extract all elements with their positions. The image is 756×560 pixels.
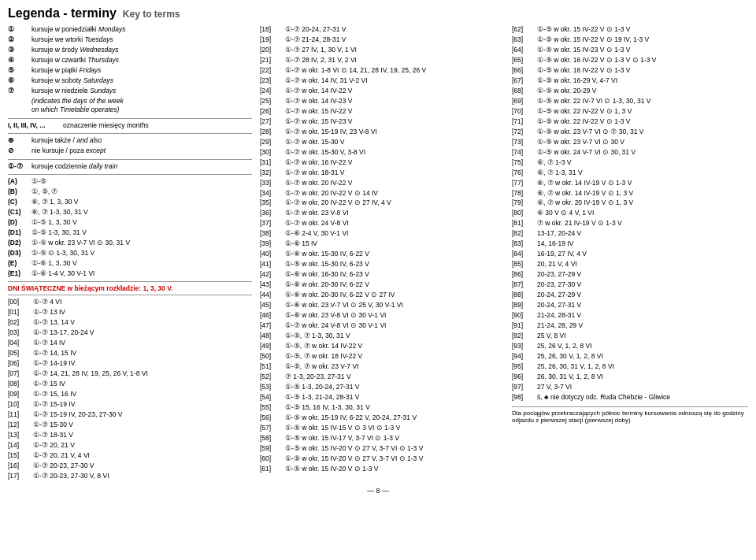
list-item: (D2) ①-⑤ w okr. 23 V-7 VI ⊙ 30, 31 V xyxy=(8,239,252,247)
entry-num: [30] xyxy=(260,148,285,157)
symbol-key: ② xyxy=(8,35,32,44)
list-item: [08]①-⑦ 15 IV xyxy=(8,380,252,388)
row-value: kursuje w niedziele Sundays xyxy=(32,87,252,95)
entry-content: ①-⑦ 13-17, 20-24 V xyxy=(33,328,252,337)
divider xyxy=(8,118,252,119)
entry-content: ①-⑦ w okr. 14 IV-22 V xyxy=(285,87,504,95)
entry-content: ś, ♣ nie dotyczy odc. Ruda Chebzie - Gli… xyxy=(537,393,748,402)
list-item: [34]①-⑦ w okr. 20 IV-22 V ⊙ 14 IV xyxy=(260,189,504,198)
list-item: [01]①-⑦ 13 IV xyxy=(8,308,252,317)
entry-num: [02] xyxy=(8,318,33,327)
entry-content: ①-⑥ 2-4 V, 30 V-1 VI xyxy=(285,229,504,238)
entry-num: [80] xyxy=(512,209,537,217)
list-item: [68]①-⑤ w okr. 20-29 V xyxy=(512,87,748,95)
entry-num: [01] xyxy=(8,308,33,317)
entry-content: ①-⑦ 20-23, 27-30 V xyxy=(33,462,252,470)
list-item: [57]①-⑤ w okr. 15 IV-15 V ⊙ 3 VI ⊙ 1-3 V xyxy=(260,424,504,432)
entry-num: [34] xyxy=(260,189,285,198)
list-item: (indicates the days of the weekon which … xyxy=(32,97,252,115)
entry-num: [51] xyxy=(260,362,285,371)
entry-content: ①-⑦ w okr. 18-31 V xyxy=(285,169,504,177)
list-item: [78]⑥, ⑦ w okr. 14 IV-19 V ⊙ 1, 3 V xyxy=(512,189,748,198)
plus-key: ⊕ xyxy=(8,136,32,145)
entry-content: 25, 26, 30, 31 V, 1, 2, 8 VI xyxy=(537,362,748,371)
entry-content: ①-⑦ 15 IV xyxy=(33,380,252,388)
entry-num: [74] xyxy=(512,148,537,157)
entry-num: [92] xyxy=(512,332,537,340)
plus-value: kursuje także / and also xyxy=(32,136,252,145)
entry-content: 20-23, 27-29 V xyxy=(537,270,748,279)
entry-content: ①-⑤, ⑦ 1-3, 30, 31 V xyxy=(285,332,504,340)
entry-content: ⑥, ⑦ 1-3, 31 V xyxy=(537,169,748,177)
list-item: [41]①-⑤ w okr. 15-30 IV, 6-23 V xyxy=(260,260,504,269)
list-item: [79]⑥, ⑦ w okr. 20 IV-19 V ⊙ 1, 3 V xyxy=(512,198,748,207)
list-item: [91]21-24, 28, 29 V xyxy=(512,321,748,330)
divider xyxy=(8,159,252,160)
entry-content: ①-⑤ w okr. 15 IV-20 V ⊙ 27 V, 3-7 VI ⊙ 1… xyxy=(285,454,504,463)
entry-content: 20, 21 V, 4 VI xyxy=(537,260,748,269)
code-key: (D1) xyxy=(8,228,32,237)
entry-content: ①-⑦ 14-19 IV xyxy=(33,359,252,368)
special-note: DNI ŚWIĄTECZNE w bieżącym rozkładzie: 1,… xyxy=(8,284,252,292)
list-item: [13]①-⑦ 18-31 V xyxy=(8,431,252,439)
list-item: [81]⑦ w okr. 21 IV-19 V ⊙ 1-3 V xyxy=(512,219,748,228)
entry-num: [78] xyxy=(512,189,537,198)
list-item: [49]①-⑤, ⑦ w okr. 14 IV-22 V xyxy=(260,342,504,350)
entry-num: [24] xyxy=(260,87,285,95)
entry-content: ①-⑦ w okr. 20 IV-22 V ⊙ 27 IV, 4 V xyxy=(285,198,504,207)
list-item: [40]①-⑥ w okr. 15-30 IV, 6-22 V xyxy=(260,250,504,258)
slash-value: nie kursuje / poza except xyxy=(32,146,252,155)
list-item: [11]①-⑦ 15-19 IV, 20-23, 27-30 V xyxy=(8,410,252,419)
entry-num: [96] xyxy=(512,373,537,381)
list-item: [06]①-⑦ 14-19 IV xyxy=(8,359,252,368)
entry-num: [83] xyxy=(512,239,537,248)
list-item: (C1) ⑥, ⑦ 1-3, 30, 31 V xyxy=(8,208,252,217)
list-item: [54]①-⑤ 1-3, 21-24, 28-31 V xyxy=(260,393,504,402)
entry-num: [95] xyxy=(512,362,537,371)
entry-num: [94] xyxy=(512,352,537,361)
entry-content: ①-⑦ 21-24, 28-31 V xyxy=(285,35,504,44)
list-item: [48]①-⑤, ⑦ 1-3, 30, 31 V xyxy=(260,332,504,340)
entry-content: ①-⑦ w okr. 24 V-8 VI xyxy=(285,219,504,228)
entry-content: ①-⑤ w okr. 22 IV-22 V ⊙ 1-3 V xyxy=(537,117,748,126)
page-title: Legenda - terminy xyxy=(8,6,117,20)
list-item: [12]①-⑦ 15-30 V xyxy=(8,421,252,429)
list-item: [66]①-⑤ w okr. 16 IV-22 V ⊙ 1-3 V xyxy=(512,66,748,75)
entry-num: [10] xyxy=(8,400,33,409)
row-value: kursuje w czwartki Thursdays xyxy=(32,56,252,65)
entry-content: ①-⑥ w okr. 23 V-8 VI ⊙ 30 V-1 VI xyxy=(285,311,504,320)
entry-content: ①-⑦ 15-30 V xyxy=(33,421,252,429)
list-item: [20]①-⑦ 27 IV, 1, 30 V, 1 VI xyxy=(260,46,504,54)
entry-content: 26, 30, 31 V, 1, 2, 8 VI xyxy=(537,373,748,381)
list-item: [77]⑥, ⑦ w okr. 14 IV-19 V ⊙ 1-3 V xyxy=(512,179,748,187)
entry-num: [45] xyxy=(260,301,285,310)
entry-content: ①-⑦ 28 IV, 2, 31 V, 2 VI xyxy=(285,56,504,65)
list-item: [15]①-⑦ 20, 21 V, 4 VI xyxy=(8,451,252,460)
entry-num: [53] xyxy=(260,383,285,391)
list-item: [83]14, 16-19 IV xyxy=(512,239,748,248)
list-item: (D) ①-⑤ 1, 3, 30 V xyxy=(8,218,252,227)
entry-num: [36] xyxy=(260,209,285,217)
list-item: [30]①-⑦ w okr. 15-30 V, 3-8 VI xyxy=(260,148,504,157)
entry-num: [16] xyxy=(8,462,33,470)
entry-content: ①-⑦ 15-19 IV, 20-23, 27-30 V xyxy=(33,410,252,419)
entry-content: ①-⑤ w okr. 15-19 IV, 6-22 V, 20-24, 27-3… xyxy=(285,414,504,422)
roman-section: I, II, III, IV, ... oznaczenie miesięcy … xyxy=(8,121,252,130)
code-key: (B) xyxy=(8,187,32,196)
entry-content: ①-⑦ w okr. 15 IV-23 V xyxy=(285,117,504,126)
list-item: [71]①-⑤ w okr. 22 IV-22 V ⊙ 1-3 V xyxy=(512,117,748,126)
row-value: kursuje w środy Wednesdays xyxy=(32,46,252,54)
entry-num: [43] xyxy=(260,280,285,289)
entry-num: [40] xyxy=(260,250,285,258)
entry-content: ①-⑤ 1-3, 21-24, 28-31 V xyxy=(285,393,504,402)
entry-num: [90] xyxy=(512,311,537,320)
entry-num: [27] xyxy=(260,117,285,126)
code-key: (C) xyxy=(8,198,32,206)
list-item: [95]25, 26, 30, 31 V, 1, 2, 8 VI xyxy=(512,362,748,371)
entry-num: [98] xyxy=(512,393,537,402)
list-item: [64]①-⑤ w okr. 15 IV-23 V ⊙ 1-3 V xyxy=(512,46,748,54)
daily-value: kursuje codziennie daily train xyxy=(32,162,252,171)
page-number: — 8 — xyxy=(8,487,748,495)
list-item: ③ kursuje w środy Wednesdays xyxy=(8,46,252,54)
entry-content: ①-⑦ w okr. 15-19 IV, 23 V-8 VI xyxy=(285,128,504,136)
